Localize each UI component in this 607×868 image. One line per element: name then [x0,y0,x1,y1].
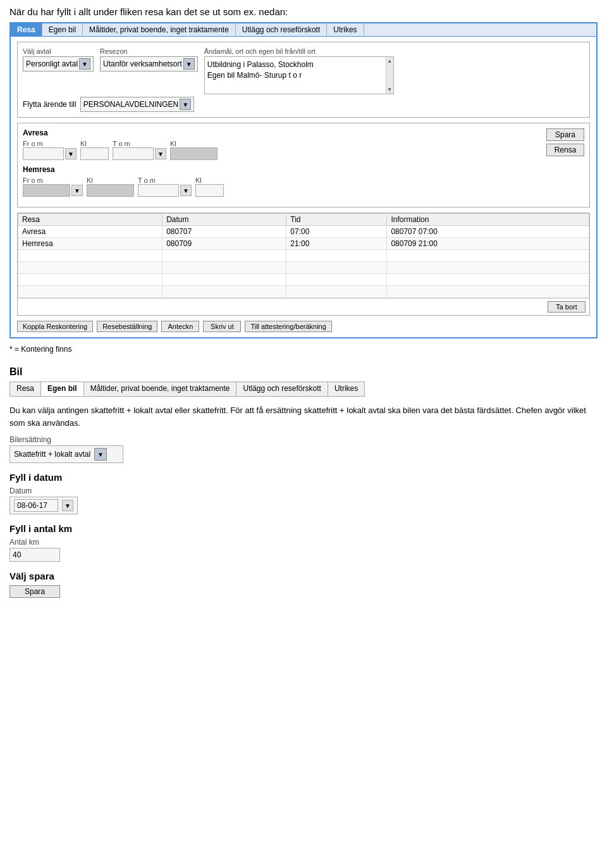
resezon-arrow-icon[interactable]: ▼ [183,58,195,70]
resebestallning-button[interactable]: Resebeställning [97,321,157,332]
row2-datum: 080709 [162,238,286,250]
avresa-kl2-input[interactable] [170,147,218,160]
tab-maltider[interactable]: Måltider, privat boende, inget traktamen… [83,23,236,36]
bilersattning-select[interactable]: Skattefritt + lokalt avtal ▼ [9,445,123,463]
km-label: Antal km [9,538,598,547]
tabs-row: Resa Egen bil Måltider, privat boende, i… [11,23,596,37]
bilersattning-arrow-icon[interactable]: ▼ [94,448,107,461]
andamal-scrollbar[interactable]: ▲ ▼ [386,57,393,94]
resezon-select[interactable]: Utanför verksamhetsort ▼ [100,56,198,71]
ta-bort-button[interactable]: Ta bort [548,301,586,313]
bil-title: Bil [9,366,598,378]
avresa-kl-group: Kl [80,140,109,160]
col-datum: Datum [162,214,286,226]
table-row-empty4 [18,286,589,298]
datum-input-row: ▼ [9,497,78,514]
row1-resa: Avresa [18,226,162,238]
avresa-kl2-label: Kl [170,140,218,147]
resezon-value: Utanför verksamhetsort [103,59,182,68]
scroll-up-icon[interactable]: ▲ [387,58,392,64]
bil-tab-utlagg[interactable]: Utlägg och reseförskott [236,382,328,396]
hemresa-kl-group: Kl [87,177,134,197]
top-form-section: Välj avtal Personligt avtal ▼ Resezon Ut… [17,42,590,118]
col-tid: Tid [286,214,387,226]
andamal-text: Utbildning i Palasso, Stockholm Egen bil… [205,57,386,94]
bilersattning-label: Bilersättning [9,435,598,444]
till-attestering-button[interactable]: Till attestering/beräkning [245,321,331,332]
km-input[interactable] [9,548,60,562]
avresa-hemresa-section: Avresa Fr o m ▼ Kl [17,123,590,208]
col-resa: Resa [18,214,162,226]
avresa-from-chevron-icon[interactable]: ▼ [65,148,77,159]
flytta-value: PERSONALAVDELNINGEN [83,100,179,109]
bil-tab-utrikes[interactable]: Utrikes [328,382,364,396]
spara-rensa-buttons: Spara Rensa [546,128,584,156]
bil-section: Bil Resa Egen bil Måltider, privat boend… [9,366,598,598]
hemresa-subsection: Hemresa Fr o m ▼ Kl [23,165,546,197]
hemresa-kl-input[interactable] [87,184,134,197]
valj-avtal-group: Välj avtal Personligt avtal ▼ [23,47,94,71]
bil-tab-maltider[interactable]: Måltider, privat boende, inget traktamen… [84,382,237,396]
hemresa-tom-input[interactable] [138,184,179,197]
row1-tid: 07:00 [286,226,387,238]
avresa-from-label: Fr o m [23,140,77,147]
avresa-tom-group: T o m ▼ [113,140,166,160]
hemresa-kl2-group: Kl [195,177,224,197]
spara-button[interactable]: Spara [546,128,584,141]
km-group: Antal km [9,538,598,562]
tab-utlagg[interactable]: Utlägg och reseförskott [236,23,327,36]
valj-avtal-arrow-icon[interactable]: ▼ [79,58,90,70]
bil-spara-button[interactable]: Spara [9,585,60,598]
note-text: * = Kontering finns [9,345,598,354]
avresa-title: Avresa [23,128,546,137]
andamal-group: Ändamål, ort och egen bil från/till ort … [204,47,394,94]
bilersattning-value: Skattefritt + lokalt avtal [14,450,90,459]
avresa-from-input[interactable] [23,147,64,160]
hemresa-tom-group: T o m ▼ [138,177,192,197]
hemresa-kl-label: Kl [87,177,134,184]
flytta-select[interactable]: PERSONALAVDELNINGEN ▼ [80,97,195,112]
hemresa-from-chevron-icon[interactable]: ▼ [71,185,83,196]
andamal-line2: Egen bil Malmö- Sturup t o r [207,70,383,81]
col-information: Information [387,214,589,226]
bil-tab-eigen-bil[interactable]: Egen bil [41,382,84,396]
table-row-empty1 [18,250,589,262]
bottom-buttons: Koppla Reskontering Resebeställning Ante… [17,321,590,332]
datum-input[interactable] [14,499,58,512]
scroll-down-icon[interactable]: ▼ [387,87,392,92]
bil-tab-resa[interactable]: Resa [10,382,41,396]
hemresa-from-input[interactable] [23,184,70,197]
hemresa-date-row: Fr o m ▼ Kl T o m [23,177,546,197]
andamal-line1: Utbildning i Palasso, Stockholm [207,59,383,70]
table-row: Hemresa 080709 21:00 080709 21:00 [18,238,589,250]
anteckn-button[interactable]: Anteckn [161,321,199,332]
hemresa-kl2-input[interactable] [195,184,224,197]
datum-chevron-icon[interactable]: ▼ [62,500,73,511]
avresa-tom-input[interactable] [113,147,154,160]
hemresa-tom-label: T o m [138,177,192,184]
tab-eigen-bil[interactable]: Egen bil [42,23,83,36]
top-form-row: Välj avtal Personligt avtal ▼ Resezon Ut… [23,47,584,94]
tab-resa[interactable]: Resa [11,23,42,36]
avresa-tom-chevron-icon[interactable]: ▼ [155,148,166,159]
datum-label: Datum [9,487,598,495]
row1-datum: 080707 [162,226,286,238]
avresa-hemresa-left: Avresa Fr o m ▼ Kl [23,128,546,202]
skriv-ut-button[interactable]: Skriv ut [203,321,241,332]
hemresa-title: Hemresa [23,165,546,174]
bil-description: Du kan välja antingen skattefritt + loka… [9,404,598,429]
andamal-label: Ändamål, ort och egen bil från/till ort [204,47,394,55]
tab-utrikes[interactable]: Utrikes [327,23,364,36]
koppla-reskontering-button[interactable]: Koppla Reskontering [17,321,93,332]
valj-avtal-value: Personligt avtal [26,59,78,68]
rensa-button[interactable]: Rensa [546,144,584,156]
valj-avtal-label: Välj avtal [23,47,94,55]
resa-table: Resa Datum Tid Information Avresa 080707… [18,213,589,298]
hemresa-tom-chevron-icon[interactable]: ▼ [180,185,192,196]
valj-avtal-select[interactable]: Personligt avtal ▼ [23,56,94,71]
avresa-kl-input[interactable] [80,147,109,160]
row2-resa: Hemresa [18,238,162,250]
hemresa-kl2-label: Kl [195,177,224,184]
flytta-arrow-icon[interactable]: ▼ [180,99,191,110]
bil-tabs-row: Resa Egen bil Måltider, privat boende, i… [9,381,365,397]
